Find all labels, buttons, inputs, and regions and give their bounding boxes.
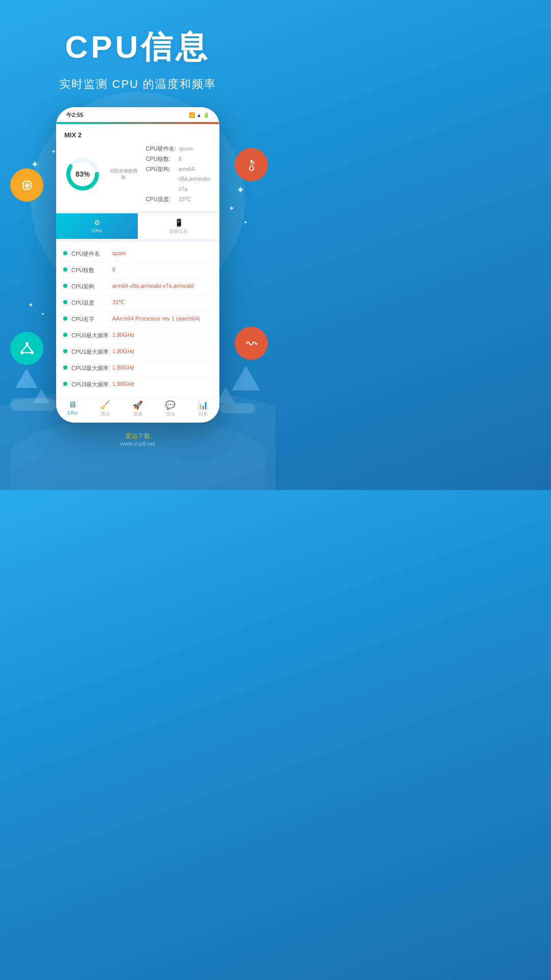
detail-val-temperature: 33℃	[112, 299, 212, 306]
status-icons: 📶 ▲ 🔋	[189, 112, 209, 118]
phone-bottom-nav: 🖥 CPU 🧹 清洁 🚀 加速 💬 优化 📊 归来	[56, 397, 219, 423]
detail-key-cores: CPU核数	[71, 266, 112, 274]
nav-item-clean[interactable]: 🧹 清洁	[89, 400, 121, 418]
detail-key-arch: CPU架构	[71, 283, 112, 290]
phone-status-bar: 午2:55 📶 ▲ 🔋	[56, 107, 219, 122]
nav-item-boost[interactable]: 🚀 加速	[121, 400, 154, 418]
detail-key-cpu3-freq: CPU3最大频率	[71, 381, 112, 388]
detail-bullet-3	[63, 284, 67, 288]
info-value-temp: 33℃	[179, 194, 191, 205]
detail-key-cpu2-freq: CPU2最大频率	[71, 364, 112, 372]
subtitle: 实时监测 CPU 的温度和频率	[0, 77, 276, 92]
detail-key-cpu1-freq: CPU1最大频率	[71, 348, 112, 356]
tab-device-label: 设备信息	[169, 228, 188, 235]
info-value-arch: arm64-v8a,armeabi-v7a	[179, 164, 211, 194]
info-row-hardware: CPU硬件名: qcom	[146, 144, 211, 154]
watermark: 爱运下载 www.xrydl.net	[0, 423, 276, 452]
detail-row-cores: CPU核数 8	[63, 262, 212, 279]
badge-temperature	[235, 148, 268, 181]
badge-wave	[235, 327, 268, 360]
detail-bullet-5	[63, 316, 67, 321]
phone-container: 午2:55 📶 ▲ 🔋 MIX 2	[0, 107, 276, 423]
detail-val-cpu0-freq: 1.90GHz	[112, 332, 212, 338]
detail-bullet-6	[63, 333, 67, 337]
watermark-site-name: 爱运下载	[0, 432, 276, 440]
info-label-arch: CPU架构:	[146, 164, 176, 194]
battery-icon: 🔋	[203, 112, 209, 118]
info-value-cores: 8	[179, 154, 182, 164]
device-name: MIX 2	[64, 131, 211, 139]
detail-bullet-7	[63, 349, 67, 353]
badge-network	[10, 332, 43, 365]
tab-device-icon: 📱	[174, 218, 183, 227]
nav-icon-optimize: 💬	[165, 400, 176, 410]
phone-mockup: 午2:55 📶 ▲ 🔋 MIX 2	[56, 107, 219, 423]
info-label-cores: CPU核数:	[146, 154, 176, 164]
nav-item-optimize[interactable]: 💬 优化	[154, 400, 187, 418]
detail-row-cpu0-freq: CPU0最大频率 1.90GHz	[63, 328, 212, 344]
info-label-hardware: CPU硬件名:	[146, 144, 176, 154]
svg-line-25	[27, 345, 32, 351]
detail-bullet-4	[63, 300, 67, 304]
top-info-card: MIX 2 83% 内部存储使用率	[56, 124, 219, 211]
nav-item-cpu[interactable]: 🖥 CPU	[56, 400, 89, 418]
main-title: CPU信息	[0, 26, 276, 68]
svg-point-21	[26, 342, 29, 345]
detail-key-hardware: CPU硬件名	[71, 250, 112, 258]
nav-label-stats: 归来	[198, 411, 208, 418]
watermark-url: www.xrydl.net	[0, 440, 276, 447]
svg-point-17	[250, 167, 253, 170]
nav-icon-cpu: 🖥	[68, 400, 77, 409]
nav-label-clean: 清洁	[101, 411, 110, 418]
usage-donut-chart: 83%	[64, 156, 101, 192]
header-section: CPU信息 实时监测 CPU 的温度和频率	[0, 0, 276, 92]
detail-row-temperature: CPU温度 33℃	[63, 295, 212, 311]
tab-cpu-icon: ⚙	[94, 218, 101, 227]
detail-bullet-8	[63, 365, 67, 370]
detail-val-cpu-name: AArch64 Processor rev 1 (aarch64)	[112, 315, 212, 322]
nav-icon-boost: 🚀	[133, 400, 143, 410]
detail-row-cpu-name: CPU名字 AArch64 Processor rev 1 (aarch64)	[63, 311, 212, 328]
info-value-hardware: qcom	[179, 144, 193, 154]
detail-row-cpu1-freq: CPU1最大频率 1.90GHz	[63, 344, 212, 360]
svg-rect-1	[25, 183, 29, 187]
signal-icon: 📶	[189, 112, 195, 118]
detail-val-cpu2-freq: 1.90GHz	[112, 364, 212, 371]
phone-tab-bar: ⚙ CPU 📱 设备信息	[56, 213, 219, 239]
detail-row-cpu3-freq: CPU3最大频率 1.90GHz	[63, 377, 212, 393]
detail-row-arch: CPU架构 arm64-v8a,armeabi-v7a,armeabi	[63, 279, 212, 295]
nav-label-cpu: CPU	[67, 410, 77, 415]
detail-val-arch: arm64-v8a,armeabi-v7a,armeabi	[112, 283, 212, 289]
nav-item-stats[interactable]: 📊 归来	[187, 400, 219, 418]
detail-val-hardware: qcom	[112, 250, 212, 256]
tab-device-info[interactable]: 📱 设备信息	[138, 213, 219, 239]
top-card-info: CPU硬件名: qcom CPU核数: 8 CPU架构: arm64-v8a,a…	[146, 144, 211, 205]
cpu-detail-list: CPU硬件名 qcom CPU核数 8 CPU架构 arm64-v8a,arme…	[56, 242, 219, 397]
tab-cpu[interactable]: ⚙ CPU	[56, 213, 138, 239]
usage-label: 内部存储使用率	[108, 168, 139, 181]
detail-val-cores: 8	[112, 266, 212, 273]
nav-icon-clean: 🧹	[100, 400, 110, 410]
info-row-cores: CPU核数: 8	[146, 154, 211, 164]
usage-percent: 83%	[76, 170, 90, 178]
nav-label-optimize: 优化	[166, 411, 175, 418]
nav-label-boost: 加速	[133, 411, 142, 418]
wifi-icon: ▲	[196, 112, 202, 118]
detail-bullet-2	[63, 267, 67, 272]
detail-key-cpu0-freq: CPU0最大频率	[71, 332, 112, 339]
detail-val-cpu1-freq: 1.90GHz	[112, 348, 212, 354]
detail-bullet-9	[63, 382, 67, 386]
tab-cpu-label: CPU	[92, 228, 102, 233]
info-row-arch: CPU架构: arm64-v8a,armeabi-v7a	[146, 164, 211, 194]
detail-key-temperature: CPU温度	[71, 299, 112, 307]
detail-key-cpu-name: CPU名字	[71, 315, 112, 323]
status-time: 午2:55	[66, 111, 83, 119]
info-label-temp: CPU温度:	[146, 194, 176, 205]
badge-cpu	[10, 168, 43, 202]
detail-val-cpu3-freq: 1.90GHz	[112, 381, 212, 387]
info-row-temp: CPU温度: 33℃	[146, 194, 211, 205]
detail-row-hardware-name: CPU硬件名 qcom	[63, 246, 212, 262]
svg-line-24	[22, 345, 27, 351]
detail-bullet-1	[63, 251, 67, 255]
detail-row-cpu2-freq: CPU2最大频率 1.90GHz	[63, 360, 212, 377]
